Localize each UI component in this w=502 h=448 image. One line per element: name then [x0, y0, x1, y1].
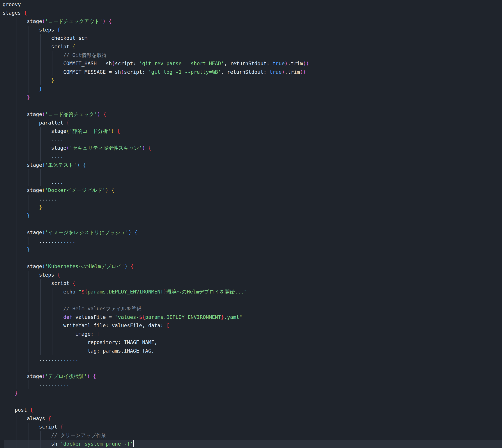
indent-guide: [4, 102, 4, 110]
code-line-30[interactable]: [0, 254, 502, 262]
code-token: ......: [3, 196, 57, 202]
code-line-4[interactable]: checkout scm: [0, 34, 502, 42]
code-line-22[interactable]: stage('Dockerイメージビルド') {: [0, 186, 502, 194]
code-line-11[interactable]: }: [0, 93, 502, 102]
indent-guide: [16, 364, 17, 372]
indent-guide: [4, 380, 4, 389]
code-line-37[interactable]: def valuesFile = "values-${params.DEPLOY…: [0, 313, 502, 321]
code-line-21[interactable]: ....: [0, 178, 502, 186]
code-line-9[interactable]: }: [0, 76, 502, 85]
code-line-15[interactable]: stage('静的コード分析') {: [0, 127, 502, 135]
indent-guide: [4, 414, 4, 423]
code-token: (: [42, 187, 45, 193]
code-line-1[interactable]: stages {: [0, 9, 502, 17]
indent-guide: [4, 186, 4, 194]
indent-guide: [4, 169, 4, 178]
code-line-8[interactable]: COMMIT_MESSAGE = sh(script: 'git log -1 …: [0, 68, 502, 76]
indent-guide: [28, 431, 29, 440]
indent-guide: [28, 288, 29, 296]
indent-guide: [16, 372, 17, 381]
code-token: always: [3, 416, 48, 421]
code-line-23[interactable]: ......: [0, 194, 502, 203]
indent-guide: [52, 313, 53, 321]
code-line-19[interactable]: stage('単体テスト') {: [0, 161, 502, 169]
code-line-25[interactable]: }: [0, 211, 502, 220]
code-token: , returnStdout:: [221, 69, 270, 75]
code-line-45[interactable]: ..........: [0, 380, 502, 389]
indent-guide: [16, 169, 17, 178]
code-line-2[interactable]: stage('コードチェックアウト') {: [0, 17, 502, 26]
code-token: [108, 187, 112, 193]
code-token: {: [48, 416, 51, 421]
code-line-48[interactable]: post {: [0, 406, 502, 414]
indent-guide: [40, 288, 41, 296]
code-token: [: [167, 323, 169, 328]
code-editor[interactable]: groovystages { stage('コードチェックアウト') { ste…: [0, 0, 502, 448]
code-line-14[interactable]: parallel {: [0, 119, 502, 127]
indent-guide: [28, 194, 29, 203]
code-line-32[interactable]: steps {: [0, 271, 502, 279]
code-line-16[interactable]: ....: [0, 135, 502, 144]
code-token: COMMIT_HASH = sh: [3, 61, 112, 66]
code-line-13[interactable]: stage('コード品質チェック') {: [0, 110, 502, 119]
code-line-41[interactable]: tag: params.IMAGE_TAG,: [0, 347, 502, 355]
code-line-20[interactable]: [0, 169, 502, 178]
code-line-6[interactable]: // Git情報を取得: [0, 51, 502, 60]
indent-guide: [16, 85, 17, 93]
code-line-10[interactable]: }: [0, 85, 502, 93]
code-token: {: [66, 120, 69, 126]
code-line-29[interactable]: }: [0, 245, 502, 254]
code-token: ............: [3, 238, 75, 244]
code-line-46[interactable]: }: [0, 389, 502, 398]
indent-guide: [4, 51, 4, 60]
code-line-7[interactable]: COMMIT_HASH = sh(script: 'git rev-parse …: [0, 59, 502, 68]
code-line-50[interactable]: script {: [0, 423, 502, 431]
code-token: script:: [115, 61, 139, 66]
indent-guide: [16, 127, 17, 135]
code-line-33[interactable]: script {: [0, 279, 502, 288]
code-line-0[interactable]: groovy: [0, 0, 502, 9]
code-line-27[interactable]: stage('イメージをレジストリにプッシュ') {: [0, 228, 502, 237]
code-line-26[interactable]: [0, 220, 502, 228]
code-token: ): [125, 263, 128, 269]
code-token: 'KubernetesへのHelmデプロイ': [45, 263, 125, 269]
indent-guide: [52, 330, 53, 338]
code-line-17[interactable]: stage('セキュリティ脆弱性スキャン') {: [0, 144, 502, 152]
code-line-28[interactable]: ............: [0, 237, 502, 245]
code-token: ): [97, 112, 100, 117]
code-line-49[interactable]: always {: [0, 414, 502, 423]
code-token: ${: [82, 289, 88, 295]
code-token: 'git log -1 --pretty=%B': [148, 69, 221, 75]
indent-guide: [16, 211, 17, 220]
code-line-18[interactable]: ....: [0, 152, 502, 161]
code-token: sh: [3, 441, 60, 447]
code-line-31[interactable]: stage('KubernetesへのHelmデプロイ') {: [0, 262, 502, 271]
code-line-34[interactable]: echo "${params.DEPLOY_ENVIRONMENT}環境へのHe…: [0, 288, 502, 296]
code-line-36[interactable]: // Helm valuesファイルを準備: [0, 304, 502, 313]
code-line-12[interactable]: [0, 102, 502, 110]
code-token: COMMIT_MESSAGE = sh: [3, 69, 121, 75]
code-line-5[interactable]: script {: [0, 42, 502, 51]
code-line-42[interactable]: .............: [0, 355, 502, 364]
text-cursor: [133, 440, 134, 447]
code-line-44[interactable]: stage('デプロイ後検証') {: [0, 372, 502, 381]
code-line-24[interactable]: }: [0, 203, 502, 212]
indent-guide: [28, 135, 29, 144]
code-line-51[interactable]: // クリーンアップ作業: [0, 431, 502, 440]
code-line-39[interactable]: image: [: [0, 330, 502, 338]
code-line-43[interactable]: [0, 364, 502, 372]
indent-guide: [40, 152, 41, 161]
indent-guide: [77, 338, 77, 347]
code-token: stage: [3, 187, 42, 193]
code-line-47[interactable]: [0, 398, 502, 406]
code-line-3[interactable]: steps {: [0, 26, 502, 34]
code-line-52[interactable]: sh 'docker system prune -f': [0, 440, 502, 448]
code-line-40[interactable]: repository: IMAGE_NAME,: [0, 338, 502, 347]
indent-guide: [16, 51, 17, 60]
indent-guide: [16, 245, 17, 254]
code-line-35[interactable]: [0, 296, 502, 304]
code-line-38[interactable]: writeYaml file: valuesFile, data: [: [0, 321, 502, 330]
code-token: {: [30, 407, 33, 413]
indent-guide: [40, 59, 41, 68]
indent-guide: [40, 304, 41, 313]
